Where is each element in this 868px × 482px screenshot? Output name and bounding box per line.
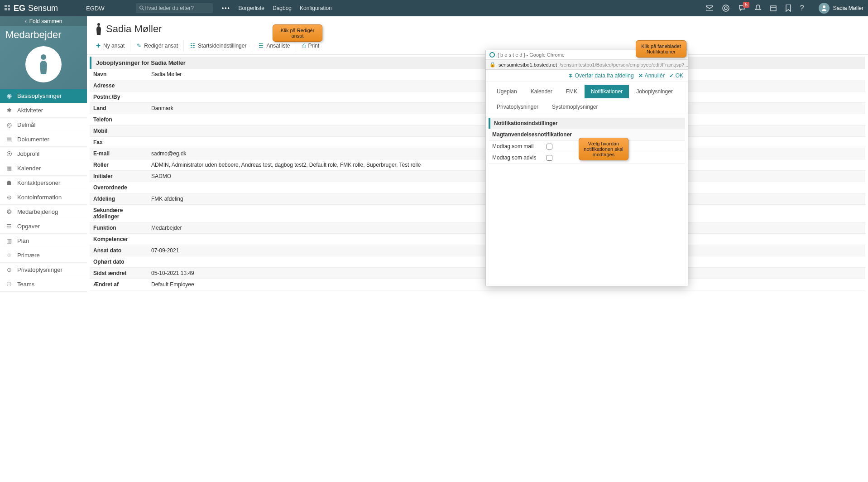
sidebar-item-prim-re[interactable]: ☆Primære (0, 248, 87, 263)
bookmark-icon[interactable] (786, 5, 791, 12)
chat-icon[interactable]: 5 (739, 5, 746, 12)
ny-ansat-button[interactable]: ✚Ny ansat (91, 40, 130, 52)
info-label: E-mail (90, 148, 148, 159)
topbar: EG Sensum EGDW ••• Borgerliste Dagbog Ko… (0, 0, 868, 16)
lock-icon: 🔒 (489, 62, 496, 67)
profile-icon: ⦿ (5, 150, 13, 157)
svg-rect-9 (771, 6, 776, 11)
sidebar-item-privatoplysninger[interactable]: ⊙Privatoplysninger (0, 263, 87, 277)
edit-icon: ✎ (137, 43, 141, 49)
print-icon: ⎙ (302, 43, 306, 49)
sidebar-item-label: Dokumenter (17, 136, 49, 143)
sidebar-item-kontoinformation[interactable]: ⊚Kontoinformation (0, 190, 87, 205)
target-icon: ◎ (5, 121, 13, 128)
info-row: NavnSadia Møller (90, 69, 865, 80)
tab-notifikationer[interactable]: Notifikationer (585, 85, 629, 98)
user-chip[interactable]: Sadia Møller (819, 3, 863, 14)
nav-konfiguration[interactable]: Konfiguration (300, 5, 332, 11)
top-icons: 5 ? Sadia Møller (706, 3, 863, 14)
tab-systemoplysninger[interactable]: Systemoplysninger (546, 100, 604, 114)
sidebar-item-aktiviteter[interactable]: ✱Aktiviteter (0, 103, 87, 118)
fold-button[interactable]: ‹ Fold sammen (0, 16, 87, 26)
info-label: Fax (90, 137, 148, 148)
sidebar-title: Medarbejder (0, 26, 87, 43)
info-label: Ansat dato (90, 245, 148, 256)
sidebar-item-kalender[interactable]: ▦Kalender (0, 161, 87, 176)
tab-joboplysninger[interactable]: Joboplysninger (630, 85, 679, 98)
info-label: Ophørt dato (90, 256, 148, 267)
info-label: Funktion (90, 222, 148, 233)
sidebar-item-medarbejderlog[interactable]: ❂Medarbejderlog (0, 205, 87, 219)
star-icon: ☆ (5, 252, 13, 259)
search-box[interactable] (136, 3, 213, 13)
help-icon[interactable]: ? (800, 4, 804, 12)
doc-icon: ▤ (5, 136, 13, 143)
search-input[interactable] (144, 5, 209, 11)
tab-ugeplan[interactable]: Ugeplan (490, 85, 523, 98)
popup-section-header: Notifikationsindstillinger (489, 118, 685, 129)
mail-icon[interactable] (706, 5, 713, 11)
popup-url-bar: 🔒 sensumtestbo1.bosted.net/sensumtestbo1… (486, 60, 688, 70)
sidebar-item-plan[interactable]: ▥Plan (0, 234, 87, 248)
tab-fmk[interactable]: FMK (560, 85, 584, 98)
info-label: Initialer (90, 171, 148, 182)
info-row: LandDanmark (90, 103, 865, 114)
search-icon (139, 5, 144, 11)
cancel-button[interactable]: ✕Annullér (638, 72, 665, 79)
sidebar-item-basisoplysninger[interactable]: ◉Basisoplysninger (0, 89, 87, 103)
account-icon: ⊚ (5, 194, 13, 201)
plus-icon: ✚ (96, 43, 101, 49)
app-icon (489, 52, 495, 58)
sidebar-item-teams[interactable]: ⚇Teams (0, 277, 87, 292)
sidebar-item-dokumenter[interactable]: ▤Dokumenter (0, 132, 87, 147)
info-row: RollerADMIN, Administrator uden beboere,… (90, 159, 865, 171)
info-row: AfdelingFMK afdeling (90, 193, 865, 205)
transfer-icon (568, 73, 573, 78)
user-icon: ◉ (5, 92, 13, 99)
sidebar-item-kontaktpersoner[interactable]: ☗Kontaktpersoner (0, 176, 87, 190)
sidebar-item-opgaver[interactable]: ☲Opgaver (0, 219, 87, 234)
popup-actions: Overfør data fra afdeling ✕Annullér ✓OK (486, 70, 688, 82)
svg-rect-2 (5, 8, 7, 10)
notification-badge: 5 (743, 2, 749, 8)
plan-icon: ▥ (5, 237, 13, 244)
info-label: Ændret af (90, 279, 148, 290)
tab-privatoplysninger[interactable]: Privatoplysninger (490, 100, 545, 114)
at-icon[interactable] (722, 5, 729, 12)
transfer-button[interactable]: Overfør data fra afdeling (568, 72, 634, 79)
sidebar-item-label: Medarbejderlog (17, 208, 58, 215)
sidebar-item-label: Basisoplysninger (17, 92, 62, 99)
tab-kalender[interactable]: Kalender (524, 85, 559, 98)
info-label: Kompetencer (90, 234, 148, 245)
redig-r-ansat-button[interactable]: ✎Redigér ansat (131, 40, 184, 52)
startsideindstillinger-button[interactable]: ☷Startsideindstillinger (185, 40, 252, 52)
button-label: Print (308, 43, 320, 49)
logo-product: Sensum (28, 4, 58, 13)
info-row: Mobil (90, 125, 865, 137)
logo-grid-icon (5, 5, 11, 11)
teams-icon: ⚇ (5, 281, 13, 288)
sidebar-item-jobprofil[interactable]: ⦿Jobprofil (0, 147, 87, 161)
bell-icon[interactable] (755, 5, 761, 12)
settings-icon: ☷ (190, 43, 195, 49)
info-label: Mobil (90, 125, 148, 136)
info-label: Roller (90, 159, 148, 170)
calendar-icon[interactable] (770, 5, 777, 11)
info-label: Overordnede (90, 182, 148, 193)
option-checkbox[interactable] (547, 155, 552, 161)
more-icon[interactable]: ••• (222, 5, 230, 11)
employee-avatar (25, 46, 62, 82)
svg-rect-3 (8, 8, 10, 10)
svg-point-7 (723, 5, 729, 11)
option-checkbox[interactable] (547, 144, 552, 149)
ok-button[interactable]: ✓OK (669, 72, 683, 79)
svg-line-5 (143, 9, 144, 10)
info-row: FunktionMedarbejder (90, 222, 865, 234)
sidebar-item-delm-l[interactable]: ◎Delmål (0, 118, 87, 132)
nav-borgerliste[interactable]: Borgerliste (239, 5, 264, 11)
nav-dagbog[interactable]: Dagbog (273, 5, 292, 11)
info-label: Adresse (90, 80, 148, 91)
logo: EG Sensum (5, 4, 86, 13)
log-icon: ❂ (5, 208, 13, 215)
edit-popup: [ b o s t e d ] - Google Chrome 🔒 sensum… (485, 50, 688, 286)
